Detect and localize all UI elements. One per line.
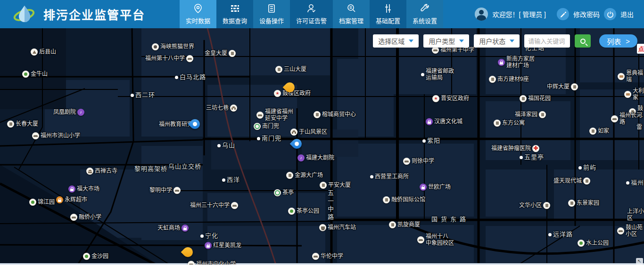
map-poi[interactable]: 宁化 bbox=[200, 233, 218, 240]
map-poi[interactable]: 西二环 bbox=[131, 92, 155, 99]
dot-icon bbox=[175, 76, 178, 79]
map-poi[interactable]: 福建省邮政 运输局 bbox=[421, 68, 454, 81]
map-poi[interactable]: 东景家园 bbox=[568, 200, 599, 207]
map-poi[interactable]: 红星美凯龙 bbox=[205, 242, 241, 249]
map-poi[interactable]: 金牛山 bbox=[22, 71, 48, 78]
map-poi[interactable]: 金沙园 bbox=[83, 253, 108, 260]
map-poi[interactable]: 福州市宁化小学 bbox=[188, 261, 236, 265]
map-poi[interactable]: 乌山 bbox=[217, 142, 235, 149]
bus-icon bbox=[319, 224, 326, 231]
map-poi[interactable]: 永辉超市 bbox=[56, 196, 87, 203]
dot-icon bbox=[422, 139, 426, 143]
edit-pencil-icon[interactable] bbox=[557, 8, 569, 20]
power-icon[interactable] bbox=[604, 8, 616, 20]
map-poi[interactable]: 福国花园 bbox=[520, 95, 551, 102]
map-poi[interactable]: 西禅古寺 bbox=[86, 168, 117, 175]
map-poi[interactable]: 南门兜 bbox=[254, 123, 279, 130]
map-poi[interactable]: 南方建材9座 bbox=[489, 76, 529, 83]
map-poi[interactable]: 南门兜 bbox=[257, 135, 281, 142]
tab-device-operation[interactable]: 设备操作 bbox=[253, 0, 290, 28]
map-poi[interactable]: 雷 bbox=[636, 124, 642, 131]
map-poi[interactable]: 福州汽车站 bbox=[319, 224, 356, 231]
map-poi[interactable]: 天虹商场 bbox=[157, 225, 189, 232]
map-poi[interactable]: 五里亭 bbox=[520, 154, 544, 161]
map-poi[interactable]: 鼓山苑小区 bbox=[617, 225, 644, 238]
map-poi[interactable]: 融侨国际公馆 bbox=[383, 196, 425, 203]
map-poi[interactable]: 福泽家园 bbox=[515, 111, 546, 118]
keyword-search-input[interactable] bbox=[524, 34, 570, 48]
map-poi[interactable]: 则徐中学 bbox=[403, 158, 434, 165]
map-poi[interactable]: 黎明中学 bbox=[149, 187, 181, 194]
map-poi[interactable]: 水上公园 bbox=[578, 240, 609, 247]
map-poi[interactable]: 国货东路 bbox=[431, 216, 469, 223]
map-poi[interactable]: 凯旋商厦 bbox=[389, 221, 420, 228]
map-poi[interactable]: 恩典福瑞 bbox=[618, 70, 644, 83]
map-poi[interactable]: 平安大厦 bbox=[320, 182, 351, 189]
map-poi[interactable]: 文华小区 bbox=[519, 202, 550, 209]
map-canvas[interactable]: 后县山金牛山西二环海峡熊猫世界福州第十八中学金皇大厦白马北路三山大厦鼓楼区政府三… bbox=[0, 28, 644, 265]
map-poi[interactable]: 华伦中学 bbox=[312, 253, 343, 260]
map-poi[interactable]: 前屿 bbox=[578, 164, 596, 171]
map-poi[interactable]: 盛天现代城 bbox=[553, 177, 590, 185]
map-poi[interactable]: 上洋小区 bbox=[627, 209, 644, 222]
map-poi[interactable]: 榕城商贸中心 bbox=[314, 111, 356, 118]
tab-realtime-data[interactable]: 实时数据 bbox=[180, 0, 216, 28]
map-poi[interactable]: 西营里工商所 bbox=[370, 174, 409, 180]
cluster-toggle-badge[interactable]: 点 bbox=[637, 44, 644, 54]
map-poi[interactable]: 福州市洪山小学 bbox=[32, 132, 80, 139]
map-poi[interactable]: 三山大厦 bbox=[275, 66, 306, 73]
map-poi[interactable]: 福州第十中学 bbox=[432, 47, 474, 54]
map-poi[interactable]: 茶亭公园 bbox=[288, 208, 319, 215]
region-dropdown[interactable]: 选择区域 bbox=[373, 34, 419, 48]
map-poi[interactable]: 三坊七巷 bbox=[206, 105, 237, 112]
map-poi[interactable]: 金皇大厦 bbox=[205, 50, 236, 57]
map-poi[interactable]: 世欧广场 bbox=[420, 184, 451, 191]
map-poi[interactable]: 西洋 bbox=[222, 177, 240, 184]
map-poi[interactable]: 锦江园 bbox=[29, 199, 55, 206]
map-poi[interactable]: 福建省肿瘤医院 bbox=[491, 145, 539, 152]
map-poi[interactable]: 福建大剧院 bbox=[297, 154, 334, 161]
tab-system-settings[interactable]: 系统设置 bbox=[406, 0, 443, 28]
map-poi[interactable]: 海峡熊猫世界 bbox=[152, 43, 194, 50]
map-poi[interactable]: 紫阳 bbox=[422, 137, 440, 145]
map-poi[interactable]: 福建省福州 延安中学 bbox=[256, 109, 293, 122]
map-poi[interactable]: 大利家 bbox=[624, 88, 644, 101]
tab-archive-management[interactable]: 档案管理 bbox=[333, 0, 370, 28]
map-poi[interactable]: 福州 bbox=[626, 179, 644, 186]
map-poi[interactable]: 福州三十六中学 bbox=[190, 202, 238, 209]
map-poi[interactable]: 福州第十八中学 bbox=[145, 55, 193, 62]
map-poi[interactable]: 黎明高架桥 bbox=[134, 166, 167, 173]
map-poi[interactable]: 融侨小学 bbox=[70, 214, 101, 221]
list-panel-button[interactable]: 列表 > bbox=[599, 34, 637, 48]
change-password-link[interactable]: 修改密码 bbox=[573, 9, 600, 19]
poi-label: 白马北路 bbox=[180, 74, 206, 81]
map-poi[interactable]: 金源大广场 bbox=[286, 172, 323, 179]
tab-license-alert[interactable]: 许可证告警 bbox=[290, 0, 333, 28]
tab-data-query[interactable]: 数据查询 bbox=[216, 0, 253, 28]
map-poi[interactable]: 福州十八 中象园校区 bbox=[417, 234, 454, 247]
map-poi[interactable]: 新南方家居 建材广场 bbox=[498, 56, 535, 69]
user-status-dropdown[interactable]: 用户状态 bbox=[474, 34, 520, 48]
user-type-dropdown[interactable]: 用户类型 bbox=[423, 34, 469, 48]
map-poi[interactable]: 福大市场 bbox=[68, 185, 99, 193]
map-poi[interactable]: 乌山立交桥 bbox=[168, 163, 201, 170]
search-button[interactable] bbox=[575, 34, 591, 48]
map-poi[interactable]: 晋安区政府 bbox=[432, 95, 469, 102]
tab-basic-config[interactable]: 基础配置 bbox=[370, 0, 406, 28]
map-poi[interactable]: 茶亭 bbox=[274, 189, 294, 196]
map-poi[interactable]: 于山风景区 bbox=[290, 129, 327, 136]
map-poi[interactable]: 白马北路 bbox=[175, 74, 206, 81]
map-poi[interactable]: 远洋路 bbox=[548, 231, 573, 238]
map-poi[interactable]: 如家 bbox=[589, 128, 609, 135]
map-poi[interactable]: 五一中路 bbox=[326, 190, 333, 222]
map-poi[interactable]: 中辉大厦 bbox=[547, 83, 578, 90]
poi-label: 中辉大厦 bbox=[547, 84, 570, 90]
map-pan-control-icon[interactable]: ↖ bbox=[636, 258, 643, 265]
map-poi[interactable]: 汉唐文化城 bbox=[426, 118, 462, 125]
logout-link[interactable]: 退出 bbox=[620, 9, 634, 19]
map-poi[interactable]: 凤凰剧院 bbox=[53, 109, 84, 116]
park-icon bbox=[29, 199, 36, 206]
map-poi[interactable]: 东方公寓 bbox=[494, 120, 525, 127]
map-poi[interactable]: 后县山 bbox=[31, 48, 56, 56]
map-poi[interactable]: 长春大厦 bbox=[7, 121, 38, 128]
